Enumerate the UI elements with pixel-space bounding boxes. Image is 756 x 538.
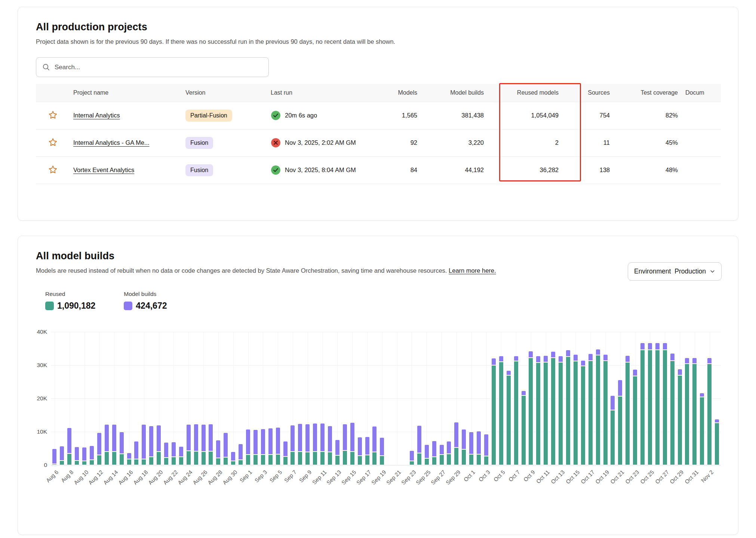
bar-slot-aug-20[interactable]: Aug 20: [155, 332, 163, 465]
bar-slot-aug-24[interactable]: Aug 24: [185, 332, 192, 465]
bar-slot-oct-14[interactable]: [565, 332, 572, 465]
bar-slot-oct-16[interactable]: [579, 332, 587, 465]
bar-slot-oct-8[interactable]: [520, 332, 527, 465]
bar-slot-aug-23[interactable]: [177, 332, 185, 465]
bar-slot-oct-24[interactable]: [639, 332, 646, 465]
bar-slot-sep-11[interactable]: Sep 11: [319, 332, 326, 465]
bar-slot-sep-8[interactable]: [296, 332, 304, 465]
bar-slot-sep-24[interactable]: [415, 332, 423, 465]
bar-slot-sep-30[interactable]: [460, 332, 468, 465]
project-table-row[interactable]: Vortex Event AnalyticsFusionNov 3, 2025,…: [36, 156, 721, 184]
bar-slot-aug-25[interactable]: [192, 332, 200, 465]
bar-slot-aug-9[interactable]: [73, 332, 81, 465]
bar-slot-sep-27[interactable]: Sep 27: [438, 332, 445, 465]
bar-slot-aug-30[interactable]: Aug 30: [230, 332, 237, 465]
bar-slot-oct-2[interactable]: [475, 332, 483, 465]
bar-slot-aug-14[interactable]: Aug 14: [110, 332, 118, 465]
bar-slot-oct-27[interactable]: Oct 27: [661, 332, 669, 465]
bar-slot-aug-27[interactable]: [207, 332, 215, 465]
bar-slot-oct-7[interactable]: Oct 7: [512, 332, 520, 465]
favorite-star-button[interactable]: [46, 163, 59, 177]
bar-slot-sep-18[interactable]: [371, 332, 378, 465]
bar-slot-oct-30[interactable]: [683, 332, 691, 465]
bar-slot-oct-3[interactable]: Oct 3: [483, 332, 490, 465]
search-input[interactable]: [55, 64, 262, 71]
learn-more-link[interactable]: Learn more here.: [449, 267, 496, 274]
column-header-models[interactable]: Models: [384, 84, 421, 102]
bar-slot-oct-5[interactable]: Oct 5: [497, 332, 505, 465]
project-name-link[interactable]: Internal Analytics: [73, 112, 120, 119]
bar-slot-sep-29[interactable]: Sep 29: [453, 332, 460, 465]
bar-slot-sep-10[interactable]: [311, 332, 319, 465]
bar-slot-oct-10[interactable]: [535, 332, 542, 465]
column-header-docum[interactable]: Docum: [682, 84, 721, 102]
bar-slot-aug-19[interactable]: [148, 332, 155, 465]
bar-slot-aug-26[interactable]: Aug 26: [200, 332, 207, 465]
bar-slot-oct-9[interactable]: Oct 9: [527, 332, 535, 465]
bar-slot-aug-28[interactable]: Aug 28: [215, 332, 222, 465]
bar-slot-aug-31[interactable]: [237, 332, 245, 465]
bar-slot-oct-23[interactable]: Oct 23: [631, 332, 639, 465]
column-header-version[interactable]: Version: [182, 84, 267, 102]
bar-slot-aug-8[interactable]: Aug 8: [66, 332, 73, 465]
bar-slot-aug-17[interactable]: [133, 332, 140, 465]
column-header-sources[interactable]: Sources: [562, 84, 614, 102]
bar-slot-oct-21[interactable]: Oct 21: [617, 332, 624, 465]
bar-slot-sep-7[interactable]: Sep 7: [289, 332, 296, 465]
bar-slot-aug-6[interactable]: Aug 6: [51, 332, 58, 465]
bar-slot-sep-19[interactable]: Sep 19: [378, 332, 386, 465]
project-table-row[interactable]: Internal Analytics - GA Me...FusionNov 3…: [36, 129, 721, 156]
favorite-star-button[interactable]: [46, 108, 59, 123]
bar-slot-aug-22[interactable]: Aug 22: [170, 332, 178, 465]
bar-slot-nov-3[interactable]: [713, 332, 721, 465]
bar-slot-sep-15[interactable]: Sep 15: [348, 332, 356, 465]
bar-slot-oct-22[interactable]: [624, 332, 631, 465]
bar-slot-aug-12[interactable]: Aug 12: [95, 332, 103, 465]
bar-slot-sep-16[interactable]: [356, 332, 363, 465]
bar-slot-oct-20[interactable]: [609, 332, 617, 465]
bar-slot-oct-17[interactable]: Oct 17: [587, 332, 594, 465]
column-header-model-builds[interactable]: Model builds: [421, 84, 488, 102]
bar-slot-aug-10[interactable]: Aug 10: [81, 332, 88, 465]
bar-slot-oct-18[interactable]: [594, 332, 602, 465]
column-header-last-run[interactable]: Last run: [267, 84, 384, 102]
bar-slot-aug-29[interactable]: [222, 332, 230, 465]
bar-slot-sep-28[interactable]: [445, 332, 453, 465]
bar-slot-oct-28[interactable]: [669, 332, 676, 465]
project-name-link[interactable]: Internal Analytics - GA Me...: [73, 139, 150, 146]
bar-slot-sep-9[interactable]: Sep 9: [304, 332, 311, 465]
bar-slot-sep-6[interactable]: [282, 332, 289, 465]
bar-slot-sep-26[interactable]: [430, 332, 438, 465]
favorite-star-button[interactable]: [46, 136, 59, 150]
bar-slot-oct-4[interactable]: [490, 332, 497, 465]
column-header-reused-models[interactable]: Reused models: [488, 84, 562, 102]
bar-slot-sep-25[interactable]: Sep 25: [423, 332, 430, 465]
bar-slot-sep-1[interactable]: Sep 1: [245, 332, 252, 465]
bar-slot-sep-12[interactable]: [326, 332, 334, 465]
project-table-row[interactable]: Internal AnalyticsPartial-Fusion20m 6s a…: [36, 102, 721, 129]
bar-slot-oct-13[interactable]: Oct 13: [557, 332, 565, 465]
bar-slot-nov-1[interactable]: [698, 332, 706, 465]
bar-slot-oct-12[interactable]: [550, 332, 557, 465]
bar-slot-aug-11[interactable]: [88, 332, 96, 465]
bar-slot-oct-25[interactable]: Oct 25: [646, 332, 654, 465]
column-header-project-name[interactable]: Project name: [70, 84, 182, 102]
bar-slot-oct-6[interactable]: [505, 332, 512, 465]
bar-slot-sep-2[interactable]: [252, 332, 259, 465]
bar-slot-oct-1[interactable]: Oct 1: [468, 332, 475, 465]
bar-slot-oct-19[interactable]: Oct 19: [602, 332, 609, 465]
bar-slot-sep-14[interactable]: [341, 332, 348, 465]
bar-slot-aug-21[interactable]: [163, 332, 170, 465]
bar-slot-oct-31[interactable]: Oct 31: [691, 332, 698, 465]
bar-slot-sep-4[interactable]: [267, 332, 274, 465]
bar-slot-oct-26[interactable]: [654, 332, 661, 465]
bar-slot-oct-11[interactable]: Oct 11: [542, 332, 550, 465]
environment-select[interactable]: Environment Production: [628, 262, 722, 281]
bar-slot-aug-13[interactable]: [103, 332, 110, 465]
bar-slot-sep-13[interactable]: Sep 13: [334, 332, 341, 465]
bar-slot-aug-15[interactable]: [118, 332, 125, 465]
bar-slot-aug-16[interactable]: Aug 16: [125, 332, 133, 465]
project-name-link[interactable]: Vortex Event Analytics: [73, 166, 134, 173]
bar-slot-oct-15[interactable]: Oct 15: [572, 332, 579, 465]
column-header-test-coverage[interactable]: Test coverage: [614, 84, 682, 102]
